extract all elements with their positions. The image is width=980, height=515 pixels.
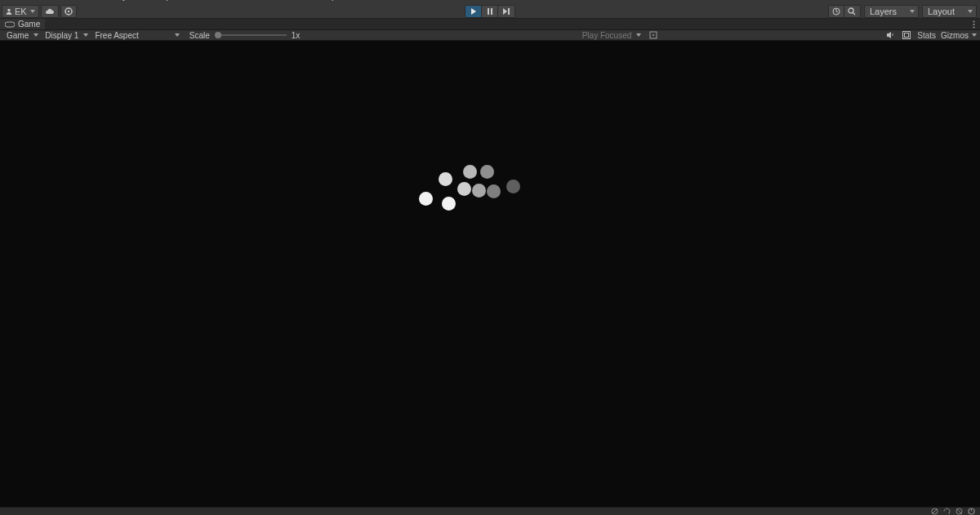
settings-button[interactable] — [60, 5, 77, 18]
main-toolbar: EK Layers — [0, 4, 980, 19]
svg-rect-3 — [488, 8, 489, 15]
layout-dropdown[interactable]: Layout — [922, 5, 977, 18]
game-view-toolbar: Game Display 1 Free Aspect Scale 1x Play… — [0, 30, 980, 41]
svg-point-21 — [969, 508, 974, 514]
svg-rect-15 — [903, 32, 911, 39]
svg-point-17 — [932, 508, 938, 514]
particle-dot — [442, 197, 456, 211]
search-icon — [848, 7, 856, 16]
debug-mode-icon[interactable] — [931, 508, 938, 515]
svg-point-6 — [833, 8, 840, 15]
tab-label: Game — [18, 20, 40, 29]
layers-dropdown[interactable]: Layers — [864, 5, 919, 18]
particle-dot — [487, 184, 501, 198]
account-label: EK — [15, 7, 27, 16]
gizmos-label: Gizmos — [941, 31, 969, 40]
gizmos-dropdown[interactable]: Gizmos — [941, 31, 977, 40]
chevron-down-icon — [968, 10, 973, 13]
view-mode-label: Game — [7, 31, 29, 40]
svg-line-20 — [957, 509, 962, 514]
play-button[interactable] — [466, 6, 482, 17]
auto-refresh-icon[interactable] — [943, 508, 951, 515]
cloud-icon — [45, 8, 55, 15]
svg-rect-5 — [508, 8, 510, 15]
chevron-down-icon — [972, 33, 977, 37]
cloud-button[interactable] — [41, 5, 59, 18]
display-dropdown[interactable]: Display 1 — [42, 30, 91, 40]
stats-toggle[interactable]: Stats — [917, 31, 936, 40]
particle-dot — [472, 184, 486, 198]
frame-debugger-button[interactable] — [649, 31, 657, 39]
fullscreen-icon — [902, 31, 911, 39]
view-mode-dropdown[interactable]: Game — [3, 30, 42, 40]
step-icon — [503, 8, 510, 15]
svg-point-14 — [653, 34, 654, 36]
pause-button[interactable] — [482, 6, 498, 17]
undo-history-button[interactable] — [828, 5, 844, 18]
aspect-label: Free Aspect — [95, 31, 138, 40]
particle-dot — [457, 182, 471, 196]
account-button[interactable]: EK — [2, 5, 39, 18]
particle-dot — [463, 165, 477, 179]
chevron-down-icon — [83, 33, 88, 37]
svg-point-19 — [956, 508, 962, 514]
game-view[interactable] — [0, 41, 980, 507]
speaker-icon — [886, 31, 894, 39]
tab-game[interactable]: Game — [0, 19, 45, 29]
chevron-down-icon — [33, 33, 38, 37]
svg-point-10 — [973, 20, 975, 22]
svg-point-12 — [973, 26, 975, 28]
mute-audio-button[interactable] — [886, 31, 894, 39]
chevron-down-icon — [175, 33, 180, 37]
kebab-icon — [973, 20, 975, 29]
cache-server-icon[interactable] — [956, 508, 963, 515]
scale-slider[interactable] — [215, 34, 287, 36]
tab-options-button[interactable] — [973, 20, 980, 29]
play-mode-dropdown[interactable]: Play Focused — [582, 31, 642, 40]
status-bar — [0, 507, 980, 515]
play-mode-label: Play Focused — [582, 31, 632, 40]
play-controls — [465, 5, 515, 18]
progress-icon[interactable] — [968, 508, 975, 515]
svg-rect-9 — [5, 22, 15, 27]
svg-line-8 — [853, 12, 856, 15]
scale-label: Scale — [189, 31, 210, 40]
scale-control: Scale 1x — [189, 31, 301, 40]
layout-label: Layout — [928, 7, 955, 16]
svg-point-1 — [65, 8, 72, 15]
gear-icon — [65, 7, 73, 16]
svg-point-0 — [7, 8, 11, 11]
aspect-dropdown[interactable]: Free Aspect — [91, 30, 182, 40]
display-label: Display 1 — [45, 31, 78, 40]
slider-knob[interactable] — [215, 32, 221, 38]
svg-rect-13 — [650, 32, 657, 38]
tab-strip: Game — [0, 19, 980, 30]
particle-dot — [506, 180, 520, 193]
chevron-down-icon — [30, 10, 35, 13]
particle-dot — [439, 172, 452, 186]
play-icon — [470, 8, 477, 15]
step-button[interactable] — [498, 6, 514, 17]
game-tab-icon — [5, 21, 15, 28]
search-button[interactable] — [844, 5, 861, 18]
svg-rect-4 — [491, 8, 492, 15]
svg-point-2 — [67, 10, 69, 11]
svg-rect-16 — [905, 33, 909, 38]
chevron-down-icon — [910, 10, 915, 13]
fullscreen-button[interactable] — [902, 31, 911, 39]
frame-icon — [649, 31, 657, 39]
pause-icon — [487, 8, 493, 15]
chevron-down-icon — [636, 33, 641, 37]
history-icon — [832, 7, 840, 16]
particle-dot — [480, 165, 494, 179]
svg-point-11 — [973, 24, 975, 25]
svg-line-18 — [933, 509, 938, 514]
svg-point-7 — [849, 8, 853, 13]
scale-value: 1x — [292, 31, 301, 40]
particle-dot — [419, 192, 433, 206]
layers-label: Layers — [870, 7, 897, 16]
